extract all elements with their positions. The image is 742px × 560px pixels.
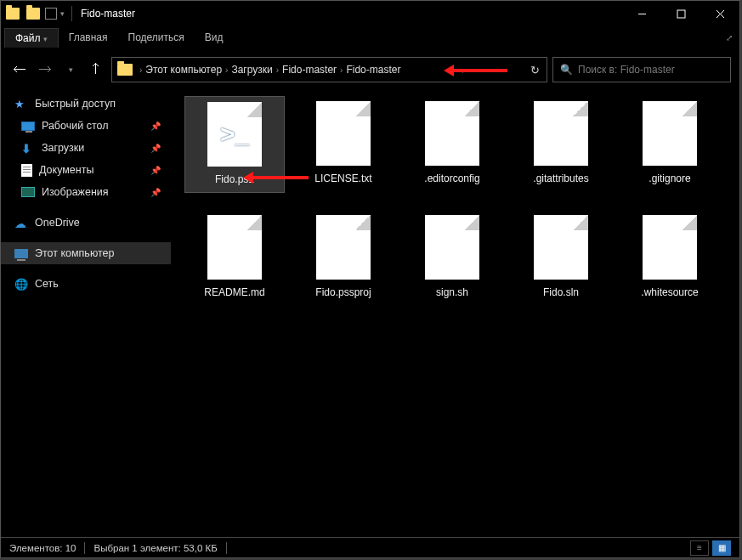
annotation-arrow xyxy=(247,176,309,179)
tab-share[interactable]: Поделиться xyxy=(118,28,195,47)
file-label: .gitignore xyxy=(649,173,690,184)
pin-icon: 📌 xyxy=(150,144,161,153)
file-label: LICENSE.txt xyxy=(314,173,371,184)
file-thumbnail xyxy=(534,215,588,280)
status-bar: Элементов: 10 Выбран 1 элемент: 53,0 КБ … xyxy=(1,537,739,557)
ribbon-tabs: Файл ▾ Главная Поделиться Вид ⤢ xyxy=(1,26,739,48)
file-label: .gitattributes xyxy=(533,173,588,184)
breadcrumb-item[interactable]: Загрузки xyxy=(231,64,272,76)
navigation-pane: ★Быстрый доступ Рабочий стол📌 ⬇Загрузки📌… xyxy=(1,84,171,537)
maximize-button[interactable] xyxy=(661,1,700,26)
sidebar-onedrive[interactable]: ☁OneDrive xyxy=(1,212,171,234)
svg-rect-1 xyxy=(677,10,685,18)
annotation-arrow xyxy=(448,69,507,72)
file-thumbnail xyxy=(316,101,371,166)
details-view-button[interactable]: ≡ xyxy=(690,540,709,556)
refresh-button[interactable]: ↻ xyxy=(530,64,540,76)
breadcrumb-item[interactable]: Fido-master xyxy=(346,64,400,76)
close-button[interactable] xyxy=(700,1,739,26)
sidebar-downloads[interactable]: ⬇Загрузки📌 xyxy=(1,137,171,159)
pin-icon: 📌 xyxy=(150,122,161,131)
sidebar-pictures[interactable]: Изображения📌 xyxy=(1,181,171,203)
item-count: Элементов: 10 xyxy=(9,543,76,553)
file-item[interactable]: README.md xyxy=(184,210,285,305)
address-bar[interactable]: › Этот компьютер › Загрузки › Fido-maste… xyxy=(111,57,547,82)
file-list[interactable]: >_Fido.ps1LICENSE.txt.editorconfig.gitat… xyxy=(171,84,739,537)
file-label: Fido.sln xyxy=(543,286,579,298)
file-thumbnail xyxy=(643,215,697,280)
file-thumbnail xyxy=(207,215,262,280)
selection-info: Выбран 1 элемент: 53,0 КБ xyxy=(93,543,217,553)
minimize-button[interactable] xyxy=(622,1,661,26)
navigation-bar: 🡐 🡒 ▾ 🡑 › Этот компьютер › Загрузки › Fi… xyxy=(1,55,739,84)
app-icon xyxy=(6,8,20,20)
qat-checkbox[interactable] xyxy=(45,8,57,20)
file-label: .whitesource xyxy=(641,286,698,298)
search-placeholder: Поиск в: Fido-master xyxy=(578,64,675,76)
pin-icon: 📌 xyxy=(150,166,161,175)
title-bar: ▾ Fido-master xyxy=(1,1,739,26)
file-item[interactable]: .gitattributes xyxy=(511,96,611,193)
file-item[interactable]: Fido.sln xyxy=(511,210,611,305)
file-thumbnail xyxy=(316,215,371,280)
search-box[interactable]: 🔍 Поиск в: Fido-master xyxy=(552,57,731,82)
pin-icon: 📌 xyxy=(150,188,161,197)
back-button[interactable]: 🡐 xyxy=(9,59,30,80)
file-item[interactable]: sign.sh xyxy=(402,210,502,305)
breadcrumb-item[interactable]: Fido-master xyxy=(282,64,337,76)
file-label: README.md xyxy=(204,286,264,298)
file-label: Fido.pssproj xyxy=(315,286,371,298)
file-item[interactable]: .whitesource xyxy=(620,210,720,305)
tab-view[interactable]: Вид xyxy=(195,28,234,47)
file-menu[interactable]: Файл ▾ xyxy=(4,28,59,48)
file-thumbnail xyxy=(425,215,479,280)
file-thumbnail xyxy=(534,101,588,166)
file-label: .editorconfig xyxy=(424,173,479,184)
file-item[interactable]: .gitignore xyxy=(620,96,720,193)
icons-view-button[interactable]: ▦ xyxy=(712,540,731,556)
forward-button[interactable]: 🡒 xyxy=(35,59,55,80)
window-title: Fido-master xyxy=(81,8,135,20)
up-button[interactable]: 🡑 xyxy=(86,59,106,80)
sidebar-documents[interactable]: Документы📌 xyxy=(1,159,171,181)
ribbon-expand-icon[interactable]: ⤢ xyxy=(726,33,733,42)
search-icon: 🔍 xyxy=(560,64,573,76)
file-thumbnail xyxy=(425,101,479,166)
breadcrumb-item[interactable]: Этот компьютер xyxy=(145,64,222,76)
explorer-window: ▾ Fido-master Файл ▾ Главная Поделиться … xyxy=(0,0,740,558)
folder-icon xyxy=(117,64,133,76)
sidebar-network[interactable]: 🌐Сеть xyxy=(1,273,171,295)
sidebar-quick-access[interactable]: ★Быстрый доступ xyxy=(1,93,171,115)
qat-icon[interactable] xyxy=(26,8,40,20)
recent-dropdown[interactable]: ▾ xyxy=(60,59,81,80)
file-thumbnail: >_ xyxy=(207,102,262,167)
file-item[interactable]: Fido.pssproj xyxy=(293,210,394,305)
tab-home[interactable]: Главная xyxy=(59,28,118,47)
file-item[interactable]: .editorconfig xyxy=(402,96,502,193)
file-thumbnail xyxy=(643,101,697,166)
sidebar-this-pc[interactable]: Этот компьютер xyxy=(1,242,171,264)
sidebar-desktop[interactable]: Рабочий стол📌 xyxy=(1,115,171,137)
file-label: sign.sh xyxy=(436,286,468,298)
